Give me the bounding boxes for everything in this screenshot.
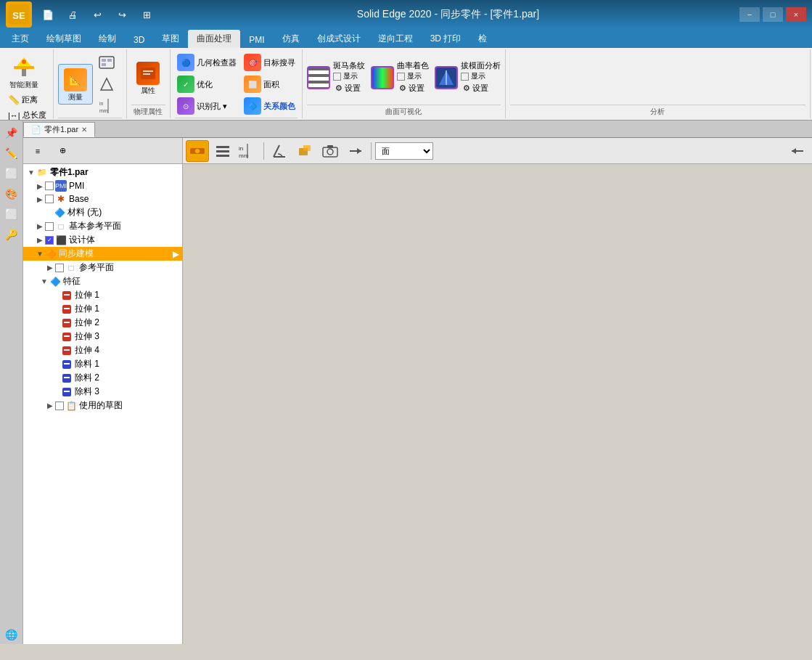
view-measure-btn[interactable]	[186, 140, 209, 162]
tab-sketch[interactable]: 草图	[153, 30, 188, 48]
geo-checker-button[interactable]: 🔵 几何检查器	[175, 52, 239, 73]
view-3dtools-btn[interactable]	[293, 140, 316, 162]
tree-ref-planes2-checkbox[interactable]	[55, 264, 64, 272]
measure-inmm[interactable]: in mm	[96, 96, 122, 116]
view-angle-btn[interactable]	[268, 140, 291, 162]
zebra-settings-button[interactable]: ⚙ 设置	[333, 81, 363, 95]
tree-extrude2[interactable]: 拉伸 2	[23, 316, 182, 330]
quick-access-btn5[interactable]: ⊞	[136, 7, 157, 22]
maximize-button[interactable]: □	[763, 7, 783, 22]
tree-pmi-expand[interactable]: ▶	[35, 182, 45, 190]
quick-access-btn4[interactable]: ↪	[112, 7, 132, 22]
target-search-button[interactable]: 🎯 目标搜寻	[242, 52, 298, 73]
zebra-checkbox[interactable]	[333, 73, 341, 81]
view-display-select[interactable]: 面	[375, 142, 433, 160]
tree-features[interactable]: ▼ 🔷 特征	[23, 274, 182, 288]
quick-access-btn3[interactable]: ↩	[87, 7, 107, 22]
tree-material[interactable]: 🔷 材料 (无)	[23, 205, 182, 219]
quick-access-btn2[interactable]: 🖨	[62, 7, 83, 22]
view-arrow-btn[interactable]	[344, 140, 367, 162]
tree-cutout1[interactable]: 除料 1	[23, 357, 182, 371]
tree-ref-planes2-label: 参考平面	[79, 261, 114, 274]
draft-checkbox[interactable]	[461, 73, 469, 81]
measure-sub2[interactable]	[96, 74, 122, 94]
tree-root[interactable]: ▼ 📁 零件1.par	[23, 166, 182, 179]
sidebar-color-icon[interactable]: 🎨	[2, 184, 21, 203]
optimize-button[interactable]: ✓ 优化	[175, 74, 239, 94]
tree-ref-planes[interactable]: ▶ □ 基本参考平面	[23, 219, 182, 233]
tab-inspect[interactable]: 检	[469, 30, 496, 48]
tree-ref-planes2-expand[interactable]: ▶	[45, 264, 55, 272]
view-camera-btn[interactable]	[319, 140, 342, 162]
sidebar-select-icon[interactable]: ⬜	[2, 164, 21, 183]
tree-sync-model-expand[interactable]: ▼	[35, 250, 45, 258]
tab-home[interactable]: 主页	[3, 30, 38, 48]
tree-design-body-expand[interactable]: ▶	[35, 236, 45, 244]
area-sm-button[interactable]: ⬜ 面积	[242, 74, 298, 94]
tree-used-sketches-expand[interactable]: ▶	[45, 402, 55, 410]
tree-cutout3[interactable]: 除料 3	[23, 385, 182, 399]
view-divider2	[371, 142, 372, 160]
measure-button[interactable]: 📐 测量	[58, 64, 93, 105]
view-inmm-btn[interactable]: in mm	[237, 140, 260, 162]
tree-cutout2[interactable]: 除料 2	[23, 371, 182, 385]
curvature-checkbox[interactable]	[397, 73, 405, 81]
doc-tab-part1[interactable]: 📄 零件1.par ✕	[23, 122, 95, 137]
tree-pmi-label: PMI	[69, 181, 84, 191]
tree-pmi-checkbox[interactable]	[45, 182, 54, 190]
sidebar-edit-icon[interactable]: ✏️	[2, 144, 21, 163]
tree-base-checkbox[interactable]	[45, 195, 54, 203]
sidebar-layer-icon[interactable]: ⬜	[2, 205, 21, 224]
minimize-button[interactable]: −	[739, 7, 760, 22]
tree-extrude3[interactable]: 拉伸 3	[23, 330, 182, 343]
tab-sketch-draw[interactable]: 绘制草图	[38, 30, 90, 48]
view-list-btn[interactable]	[211, 140, 234, 162]
tree-base[interactable]: ▶ ✱ Base	[23, 192, 182, 205]
tree-extrude4[interactable]: 拉伸 4	[23, 343, 182, 357]
measure-icon: 📐	[62, 67, 89, 93]
tree-features-expand[interactable]: ▼	[39, 277, 49, 285]
tree-btn1[interactable]: ≡	[26, 140, 49, 162]
sidebar-pin-icon[interactable]: 📌	[2, 123, 21, 142]
close-button[interactable]: ×	[786, 7, 806, 22]
svg-rect-2	[14, 66, 34, 69]
tab-draw[interactable]: 绘制	[90, 30, 125, 48]
sidebar-key-icon[interactable]: 🔑	[2, 225, 21, 244]
measure-sub1[interactable]	[96, 52, 122, 73]
tab-pmi[interactable]: PMI	[240, 32, 273, 48]
svg-point-42	[195, 149, 200, 153]
tree-root-expand[interactable]: ▼	[26, 168, 36, 176]
tab-reverse[interactable]: 逆向工程	[369, 30, 422, 48]
tree-design-body-checkbox[interactable]: ✓	[45, 236, 54, 245]
tree-ref-planes2[interactable]: ▶ □ 参考平面	[23, 261, 182, 274]
tab-generative[interactable]: 创成式设计	[308, 30, 369, 48]
tree-pmi[interactable]: ▶ PMI PMI	[23, 179, 182, 192]
smart-measure-button[interactable]: 智能测量	[6, 52, 42, 91]
sidebar-globe-icon[interactable]: 🌐	[2, 625, 21, 644]
curvature-settings-button[interactable]: ⚙ 设置	[397, 81, 427, 95]
tab-3dprint[interactable]: 3D 打印	[422, 30, 470, 48]
relation-color-button[interactable]: 🔷 关系颜色	[242, 96, 298, 116]
draft-settings-button[interactable]: ⚙ 设置	[461, 81, 491, 95]
tree-ref-planes-checkbox[interactable]	[45, 222, 54, 231]
tree-extrude1b[interactable]: 拉伸 1	[23, 302, 182, 316]
tree-ref-planes-expand[interactable]: ▶	[35, 222, 45, 230]
curvature-checkbox-row: 显示	[397, 71, 429, 81]
tree-used-sketches[interactable]: ▶ 📋 使用的草图	[23, 399, 182, 412]
window-controls[interactable]: − □ ×	[739, 7, 806, 22]
doc-tab-close[interactable]: ✕	[81, 126, 87, 134]
tree-sync-model[interactable]: ▼ 🔶 同步建模 ▶	[23, 247, 182, 261]
quick-access-btn[interactable]: 📄	[38, 7, 58, 22]
tree-extrude1a[interactable]: 拉伸 1	[23, 288, 182, 302]
tree-used-sketches-checkbox[interactable]	[55, 402, 64, 410]
distance-button[interactable]: 📏 距离	[6, 93, 40, 107]
tab-simulation[interactable]: 仿真	[274, 30, 308, 48]
properties-button[interactable]: 属性	[131, 58, 165, 97]
identify-hole-button[interactable]: ⊙ 识别孔 ▾	[175, 96, 239, 116]
tree-base-expand[interactable]: ▶	[35, 195, 45, 203]
tree-btn2[interactable]: ⊕	[51, 140, 74, 162]
view-extra-btn[interactable]	[786, 140, 809, 162]
tree-design-body[interactable]: ▶ ✓ ⬛ 设计体	[23, 233, 182, 247]
tab-3d[interactable]: 3D	[125, 32, 153, 48]
tab-surface[interactable]: 曲面处理	[188, 30, 240, 48]
